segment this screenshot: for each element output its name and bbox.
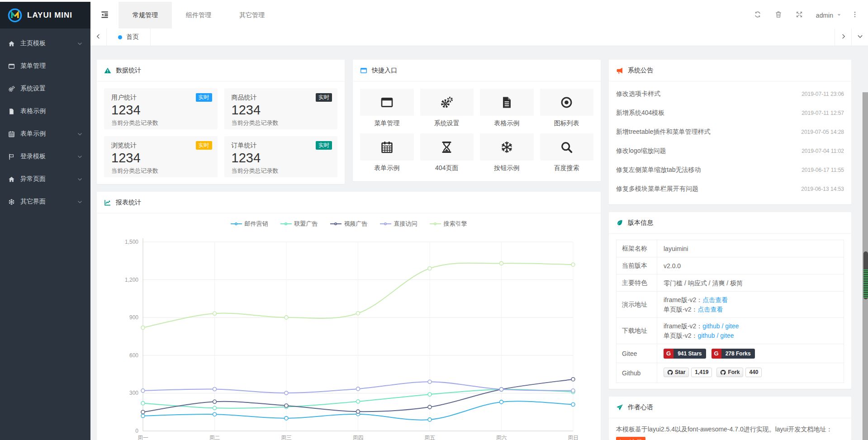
quick-entry-item[interactable]: 404页面 (420, 133, 474, 171)
more-menu-button[interactable] (848, 11, 862, 19)
version-link[interactable]: github (697, 332, 715, 339)
leaf-icon (616, 219, 623, 227)
legend-item[interactable]: 联盟广告 (280, 220, 318, 228)
version-link-line: iframe版-v2：点击查看 (664, 295, 837, 305)
home-icon (8, 176, 15, 183)
quick-entry-label: 表格示例 (480, 119, 534, 127)
y-tick-label: 300 (129, 390, 138, 396)
tab-home[interactable]: 首页 (107, 28, 151, 46)
announcements-list: 修改选项卡样式 2019-07-11 23:06 新增系统404模板 2019-… (609, 81, 851, 199)
announcement-row: 修改logo缩放问题 2019-07-04 11:02 (616, 142, 844, 161)
chart-data-point (141, 414, 145, 418)
header-tab[interactable]: 其它管理 (225, 2, 279, 28)
data-stats-header: 数据统计 (97, 60, 345, 81)
quick-entry-item[interactable]: 按钮示例 (480, 133, 534, 171)
quick-entry-item[interactable]: 菜单管理 (360, 89, 414, 127)
legend-item[interactable]: 邮件营销 (231, 220, 268, 228)
collapse-sidebar-button[interactable] (90, 2, 119, 28)
quick-entry-label: 系统设置 (420, 119, 474, 127)
sidebar-item[interactable]: 异常页面 (0, 168, 90, 190)
chart-legend: 邮件营销 联盟广告 视频广告 直接访问 搜索引擎 (97, 213, 601, 230)
gitee-badge[interactable]: G278 Forks (711, 349, 755, 359)
report-header: 报表统计 (97, 192, 601, 213)
version-link[interactable]: gitee (720, 332, 734, 339)
header-module-tabs: 常规管理 组件管理 其它管理 (119, 2, 279, 28)
chart-data-point (213, 312, 217, 315)
window-icon (380, 96, 394, 109)
file-icon (8, 108, 15, 115)
chart-data-point (285, 391, 288, 395)
version-link-prefix: 单页版-v2： (664, 332, 697, 339)
version-link-line: 单页版-v2：github / gitee (664, 331, 837, 341)
version-link[interactable]: github (702, 322, 720, 330)
tab-scroll-left-button[interactable] (90, 28, 107, 46)
outdent-icon (100, 10, 109, 20)
quick-entry-iconbox (480, 89, 534, 116)
x-tick-label: 周二 (209, 435, 220, 440)
data-stats-title: 数据统计 (116, 66, 141, 75)
legend-dot (285, 222, 287, 225)
dot-circle-icon (560, 96, 573, 109)
tab-operations-button[interactable] (851, 28, 868, 46)
quick-entry-item[interactable]: 图标列表 (540, 89, 594, 127)
github-badge[interactable]: Star1,419 (664, 368, 712, 377)
sidebar-item[interactable]: 主页模板 (0, 32, 90, 55)
author-body: 本模板基于layui2.5.4以及font-awesome-4.7.0进行实现。… (609, 418, 851, 440)
sidebar-item-label: 登录模板 (20, 152, 46, 161)
stat-card[interactable]: 浏览统计 1234 当前分类总记录数 实时 (104, 136, 218, 177)
legend-item[interactable]: 搜索引擎 (430, 220, 467, 228)
sidebar-item[interactable]: 表格示例 (0, 100, 90, 123)
user-menu[interactable]: admin (816, 12, 842, 19)
version-link[interactable]: 点击查看 (702, 296, 728, 303)
chevron-down-icon (857, 33, 863, 41)
layui-doc-badge[interactable]: layui文档 (616, 437, 645, 440)
version-table-row: 演示地址 iframe版-v2：点击查看单页版-v2：点击查看 (617, 292, 844, 318)
scrollbar-thumb[interactable] (863, 251, 868, 299)
sidebar-item[interactable]: 菜单管理 (0, 55, 90, 77)
stat-card[interactable]: 订单统计 1234 当前分类总记录数 实时 (224, 136, 338, 177)
trash-icon (775, 11, 782, 19)
content-area: 数据统计 用户统计 1234 当前分类总记录数 实时 商品统计 1234 当前分… (90, 46, 868, 440)
chart-data-point (285, 404, 288, 407)
clear-cache-button[interactable] (768, 11, 789, 19)
header-tab[interactable]: 组件管理 (172, 2, 225, 28)
scrollbar-track[interactable] (863, 92, 868, 440)
quick-entry-item[interactable]: 百度搜索 (540, 133, 594, 171)
sidebar-item[interactable]: 登录模板 (0, 145, 90, 168)
sidebar-item[interactable]: 系统设置 (0, 77, 90, 100)
quick-entry-item[interactable]: 表格示例 (480, 89, 534, 127)
stat-card[interactable]: 商品统计 1234 当前分类总记录数 实时 (224, 88, 338, 129)
snowflake-icon (500, 141, 513, 154)
tab-scroll-right-button[interactable] (835, 28, 851, 46)
fullscreen-icon (796, 11, 803, 19)
version-value: 零门槛 / 响应式 / 清爽 / 极简 (664, 279, 743, 287)
version-link[interactable]: gitee (725, 322, 739, 330)
x-tick-label: 周六 (496, 435, 507, 440)
sidebar-item[interactable]: 表单示例 (0, 123, 90, 145)
announcement-date: 2019-07-04 11:02 (802, 148, 844, 154)
legend-item[interactable]: 直接访问 (380, 220, 417, 228)
announcement-date: 2019-07-05 14:28 (801, 129, 844, 135)
version-table-row: Gitee G941 StarsG278 Forks (617, 344, 844, 363)
github-icon (667, 369, 673, 375)
chevron-down-icon (77, 199, 82, 204)
legend-label: 视频广告 (344, 220, 368, 228)
fullscreen-button[interactable] (789, 11, 810, 19)
main-area: 常规管理 组件管理 其它管理 admin 首页 (90, 2, 868, 440)
quick-entry-item[interactable]: 表单示例 (360, 133, 414, 171)
github-badge[interactable]: Fork440 (716, 368, 762, 377)
calendar-icon (380, 141, 394, 154)
quick-entry-item[interactable]: 系统设置 (420, 89, 474, 127)
legend-item[interactable]: 视频广告 (330, 220, 368, 228)
data-stats-panel: 数据统计 用户统计 1234 当前分类总记录数 实时 商品统计 1234 当前分… (97, 60, 345, 184)
refresh-button[interactable] (747, 11, 768, 19)
sidebar-item[interactable]: 其它界面 (0, 190, 90, 213)
chart-line-icon (104, 199, 111, 206)
gitee-badge[interactable]: G941 Stars (664, 349, 706, 359)
home-icon (8, 40, 15, 47)
version-link[interactable]: 点击查看 (697, 306, 723, 313)
logo[interactable]: LAYUI MINI (0, 2, 90, 28)
search-icon (560, 141, 573, 154)
header-tab[interactable]: 常规管理 (119, 2, 172, 28)
stat-card[interactable]: 用户统计 1234 当前分类总记录数 实时 (104, 88, 218, 129)
